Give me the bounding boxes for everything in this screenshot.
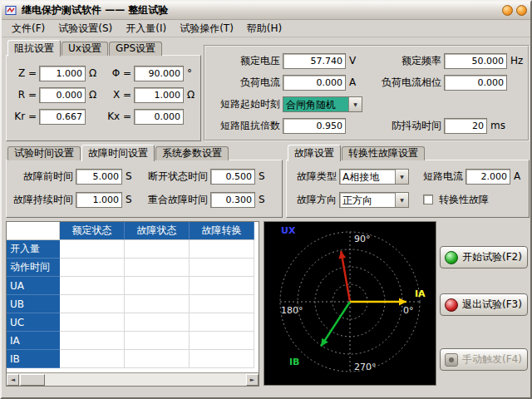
load-phase-label: 负荷电流相位 xyxy=(367,76,441,90)
table-cell xyxy=(60,332,125,350)
x-unit: Ω xyxy=(186,89,195,101)
impedance-multiple-input[interactable] xyxy=(283,118,346,134)
table-cell xyxy=(125,332,190,350)
load-current-input[interactable] xyxy=(283,75,346,91)
table-cell xyxy=(190,240,254,259)
manual-trigger-label: 手动触发(F4) xyxy=(462,352,522,367)
kr-input[interactable] xyxy=(39,109,86,125)
impedance-multiple-label: 短路阻抗倍数 xyxy=(209,119,280,133)
svg-text:270°: 270° xyxy=(354,362,377,372)
rated-frequency-input[interactable] xyxy=(444,53,507,69)
convertible-fault-checkbox[interactable] xyxy=(423,195,433,204)
short-current-unit: A xyxy=(513,170,522,182)
kx-label: Kx = xyxy=(105,111,131,122)
rated-params-group: 额定电压 V 额定频率 Hz 负荷电流 A 负荷电流相位 短路起始时刻 合闸角随… xyxy=(204,45,530,141)
tab-convertible-fault-settings[interactable]: 转换性故障设置 xyxy=(342,146,425,160)
table-row-label: UA xyxy=(7,277,60,295)
fault-duration-unit: S xyxy=(125,194,134,205)
closing-angle-value: 合闸角随机 xyxy=(283,97,348,111)
menu-help[interactable]: 帮助(H) xyxy=(240,20,288,37)
fault-type-label: 故障类型 xyxy=(292,170,337,184)
table-cell xyxy=(125,277,190,295)
scroll-right-button[interactable] xyxy=(246,374,259,386)
debounce-input[interactable] xyxy=(444,118,487,134)
open-state-time-input[interactable] xyxy=(210,169,255,185)
table-cell xyxy=(60,277,125,295)
tab-fault-settings[interactable]: 故障设置 xyxy=(288,145,341,161)
manual-trigger-button[interactable]: 手动触发(F4) xyxy=(440,348,528,371)
table-cell xyxy=(60,240,125,259)
svg-text:IB: IB xyxy=(289,357,299,367)
exit-icon xyxy=(445,298,458,312)
start-test-label: 开始试验(F2) xyxy=(462,250,522,264)
impedance-tabstrip: 阻抗设置 Ux设置 GPS设置 xyxy=(7,40,200,56)
menu-input-quantity[interactable]: 开入量(I) xyxy=(119,20,173,37)
start-test-button[interactable]: 开始试验(F2) xyxy=(440,246,528,268)
menu-test-operation[interactable]: 试验操作(T) xyxy=(173,20,240,37)
tab-gps-settings[interactable]: GPS设置 xyxy=(109,42,162,56)
exit-test-button[interactable]: 退出试验(F3) xyxy=(440,293,528,316)
vector-diagram-canvas: 90°0°180°270°UXIAIB xyxy=(264,222,436,385)
time-settings-panel: 试验时间设置 故障时间设置 系统参数设置 故障前时间 S 断开状态时间 S 故障… xyxy=(6,145,283,218)
time-panel-body: 故障前时间 S 断开状态时间 S 故障持续时间 S 重合故障时间 S xyxy=(6,160,283,218)
prefault-time-label: 故障前时间 xyxy=(12,170,73,184)
tab-ux-settings[interactable]: Ux设置 xyxy=(62,42,108,56)
close-button[interactable] xyxy=(516,5,527,16)
fault-type-combo[interactable]: A相接地 xyxy=(339,169,409,185)
app-icon xyxy=(5,4,17,17)
short-current-label: 短路电流 xyxy=(411,170,463,184)
r-input[interactable] xyxy=(39,87,86,103)
app-window: 继电保护测试软件 —— 整组试验 文件(F) 试验设置(S) 开入量(I) 试验… xyxy=(0,0,532,399)
kx-input[interactable] xyxy=(134,109,184,125)
minimize-button[interactable] xyxy=(502,5,513,16)
prefault-time-unit: S xyxy=(125,170,134,182)
fault-tabstrip: 故障设置 转换性故障设置 xyxy=(288,145,528,160)
scrollbar-thumb[interactable] xyxy=(20,374,45,386)
table-row: IB xyxy=(7,350,259,368)
column-header-rated-state: 额定状态 xyxy=(60,222,125,240)
tab-impedance-settings[interactable]: 阻抗设置 xyxy=(7,40,61,57)
rated-frequency-label: 额定频率 xyxy=(367,54,441,68)
fault-duration-input[interactable] xyxy=(76,192,122,208)
table-cell xyxy=(190,313,254,332)
debounce-label: 防抖动时间 xyxy=(367,119,441,133)
chevron-down-icon[interactable] xyxy=(395,170,408,184)
closing-angle-combo[interactable]: 合闸角随机 xyxy=(283,96,362,112)
time-tabstrip: 试验时间设置 故障时间设置 系统参数设置 xyxy=(7,145,281,160)
menu-file[interactable]: 文件(F) xyxy=(5,20,52,37)
menu-test-settings[interactable]: 试验设置(S) xyxy=(52,20,119,37)
tab-test-time-settings[interactable]: 试验时间设置 xyxy=(7,146,81,160)
horizontal-scrollbar[interactable] xyxy=(7,372,259,386)
phi-input[interactable] xyxy=(134,66,184,81)
table-cell xyxy=(190,277,254,295)
table-row-label: UC xyxy=(7,313,60,332)
chevron-down-icon[interactable] xyxy=(395,193,408,207)
phi-label: Φ = xyxy=(105,67,131,79)
table-cell xyxy=(125,350,190,368)
table-row-label: IB xyxy=(7,350,60,368)
table-body: 开入量动作时间UAUBUCIAIB xyxy=(7,240,259,368)
scroll-left-button[interactable] xyxy=(7,374,19,386)
rated-voltage-input[interactable] xyxy=(283,53,346,69)
fault-direction-label: 故障方向 xyxy=(292,193,337,207)
fault-type-value: A相接地 xyxy=(340,170,395,184)
column-header-fault-state: 故障状态 xyxy=(125,222,190,240)
table-cell xyxy=(60,313,125,332)
z-input[interactable] xyxy=(39,66,86,81)
load-phase-input[interactable] xyxy=(444,75,507,91)
impedance-panel: 阻抗设置 Ux设置 GPS设置 Z = Ω Φ = ° R = Ω X = Ω xyxy=(6,40,201,141)
chevron-down-icon[interactable] xyxy=(348,97,362,111)
tab-fault-time-settings[interactable]: 故障时间设置 xyxy=(81,145,155,161)
reclose-fault-time-input[interactable] xyxy=(210,192,255,208)
table-cell xyxy=(125,240,190,259)
tab-system-param-settings[interactable]: 系统参数设置 xyxy=(155,146,229,160)
short-current-input[interactable] xyxy=(466,169,510,185)
x-input[interactable] xyxy=(134,87,184,103)
prefault-time-input[interactable] xyxy=(76,169,122,185)
table-row-label: IA xyxy=(7,332,60,350)
r-unit: Ω xyxy=(88,89,102,101)
fault-panel-body: 故障类型 A相接地 短路电流 A 故障方向 正方向 转换性故障 xyxy=(286,160,530,218)
svg-text:90°: 90° xyxy=(354,234,371,244)
rated-voltage-unit: V xyxy=(348,55,364,66)
fault-direction-combo[interactable]: 正方向 xyxy=(339,192,409,208)
